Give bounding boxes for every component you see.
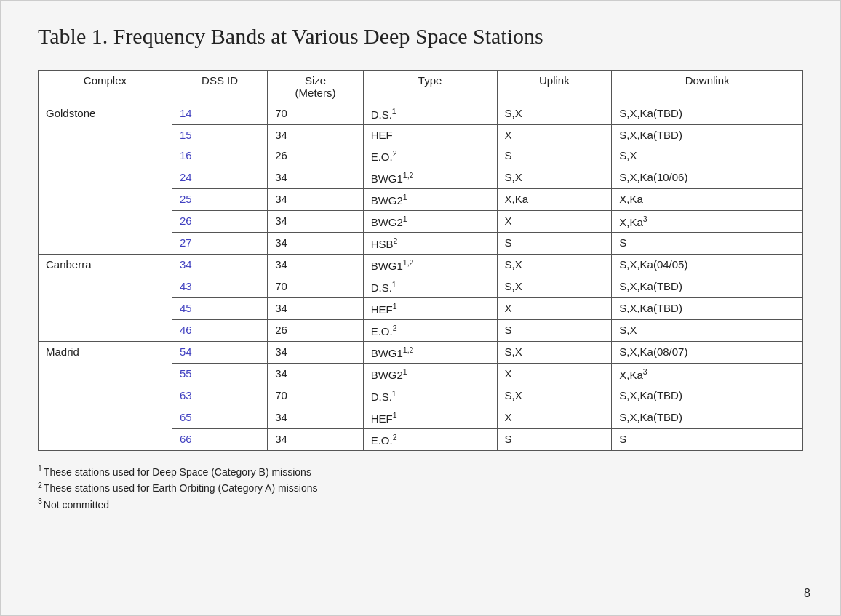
cell-type: BWG21	[363, 364, 497, 385]
cell-uplink: S	[497, 145, 612, 167]
footnote-line: 2These stations used for Earth Orbiting …	[38, 480, 803, 496]
cell-uplink: X	[497, 211, 612, 233]
cell-downlink: S,X,Ka(TBD)	[612, 298, 803, 320]
table-row: Madrid5434BWG11,2S,XS,X,Ka(08/07)	[39, 342, 803, 364]
cell-dss-id: 66	[172, 429, 267, 451]
cell-dss-id: 16	[172, 145, 267, 167]
slide: Table 1. Frequency Bands at Various Deep…	[0, 0, 841, 616]
cell-type: BWG11,2	[363, 167, 497, 189]
cell-type: E.O.2	[363, 320, 497, 342]
cell-dss-id: 27	[172, 233, 267, 255]
cell-uplink: S	[497, 429, 612, 451]
col-header-type: Type	[363, 71, 497, 103]
cell-uplink: S,X	[497, 276, 612, 298]
cell-size: 70	[268, 276, 363, 298]
cell-downlink: S,X,Ka(10/06)	[612, 167, 803, 189]
cell-size: 34	[268, 255, 363, 276]
cell-type: D.S.1	[363, 276, 497, 298]
cell-dss-id: 46	[172, 320, 267, 342]
cell-type: BWG11,2	[363, 255, 497, 276]
cell-downlink: S,X,Ka(08/07)	[612, 342, 803, 364]
col-header-size: Size(Meters)	[268, 71, 363, 103]
cell-complex: Goldstone	[39, 103, 172, 255]
cell-type: D.S.1	[363, 385, 497, 407]
cell-size: 34	[268, 364, 363, 385]
cell-dss-id: 24	[172, 167, 267, 189]
page-title: Table 1. Frequency Bands at Various Deep…	[38, 23, 803, 49]
col-header-complex: Complex	[39, 71, 172, 103]
cell-type: HEF1	[363, 407, 497, 429]
footnotes: 1These stations used for Deep Space (Cat…	[38, 464, 803, 513]
cell-size: 26	[268, 145, 363, 167]
cell-uplink: S,X	[497, 103, 612, 125]
cell-uplink: S,X	[497, 255, 612, 276]
cell-dss-id: 26	[172, 211, 267, 233]
cell-type: E.O.2	[363, 429, 497, 451]
cell-dss-id: 65	[172, 407, 267, 429]
cell-type: D.S.1	[363, 103, 497, 125]
cell-downlink: S,X	[612, 320, 803, 342]
cell-dss-id: 55	[172, 364, 267, 385]
cell-size: 34	[268, 342, 363, 364]
table-container: Complex DSS ID Size(Meters) Type Uplink …	[38, 70, 803, 451]
cell-uplink: X	[497, 125, 612, 145]
cell-downlink: S,X,Ka(TBD)	[612, 276, 803, 298]
cell-uplink: X	[497, 298, 612, 320]
cell-downlink: X,Ka3	[612, 364, 803, 385]
cell-size: 34	[268, 298, 363, 320]
cell-size: 34	[268, 233, 363, 255]
cell-uplink: S,X	[497, 385, 612, 407]
page-number: 8	[804, 587, 810, 600]
cell-uplink: S,X	[497, 167, 612, 189]
cell-uplink: X	[497, 407, 612, 429]
cell-size: 70	[268, 103, 363, 125]
cell-size: 26	[268, 320, 363, 342]
cell-dss-id: 15	[172, 125, 267, 145]
cell-downlink: S,X	[612, 145, 803, 167]
cell-dss-id: 54	[172, 342, 267, 364]
cell-type: HEF	[363, 125, 497, 145]
cell-type: HSB2	[363, 233, 497, 255]
cell-dss-id: 45	[172, 298, 267, 320]
table-row: Goldstone1470D.S.1S,XS,X,Ka(TBD)	[39, 103, 803, 125]
col-header-dssid: DSS ID	[172, 71, 267, 103]
table-row: Canberra3434BWG11,2S,XS,X,Ka(04/05)	[39, 255, 803, 276]
cell-downlink: S,X,Ka(04/05)	[612, 255, 803, 276]
cell-uplink: S	[497, 320, 612, 342]
col-header-downlink: Downlink	[612, 71, 803, 103]
cell-uplink: S,X	[497, 342, 612, 364]
cell-downlink: S,X,Ka(TBD)	[612, 407, 803, 429]
cell-downlink: S,X,Ka(TBD)	[612, 125, 803, 145]
cell-uplink: S	[497, 233, 612, 255]
cell-complex: Canberra	[39, 255, 172, 342]
footnote-line: 3Not committed	[38, 497, 803, 513]
cell-type: BWG21	[363, 189, 497, 211]
cell-type: HEF1	[363, 298, 497, 320]
cell-dss-id: 25	[172, 189, 267, 211]
cell-size: 34	[268, 211, 363, 233]
frequency-table: Complex DSS ID Size(Meters) Type Uplink …	[38, 70, 803, 451]
cell-size: 34	[268, 125, 363, 145]
cell-downlink: X,Ka3	[612, 211, 803, 233]
cell-dss-id: 34	[172, 255, 267, 276]
cell-type: BWG11,2	[363, 342, 497, 364]
cell-dss-id: 43	[172, 276, 267, 298]
cell-downlink: S	[612, 233, 803, 255]
cell-uplink: X,Ka	[497, 189, 612, 211]
cell-size: 34	[268, 167, 363, 189]
cell-downlink: X,Ka	[612, 189, 803, 211]
col-header-uplink: Uplink	[497, 71, 612, 103]
cell-complex: Madrid	[39, 342, 172, 451]
cell-size: 70	[268, 385, 363, 407]
cell-type: BWG21	[363, 211, 497, 233]
cell-dss-id: 63	[172, 385, 267, 407]
cell-downlink: S,X,Ka(TBD)	[612, 385, 803, 407]
table-header-row: Complex DSS ID Size(Meters) Type Uplink …	[39, 71, 803, 103]
footnote-line: 1These stations used for Deep Space (Cat…	[38, 464, 803, 480]
cell-size: 34	[268, 189, 363, 211]
cell-downlink: S	[612, 429, 803, 451]
cell-size: 34	[268, 429, 363, 451]
cell-size: 34	[268, 407, 363, 429]
cell-dss-id: 14	[172, 103, 267, 125]
cell-type: E.O.2	[363, 145, 497, 167]
